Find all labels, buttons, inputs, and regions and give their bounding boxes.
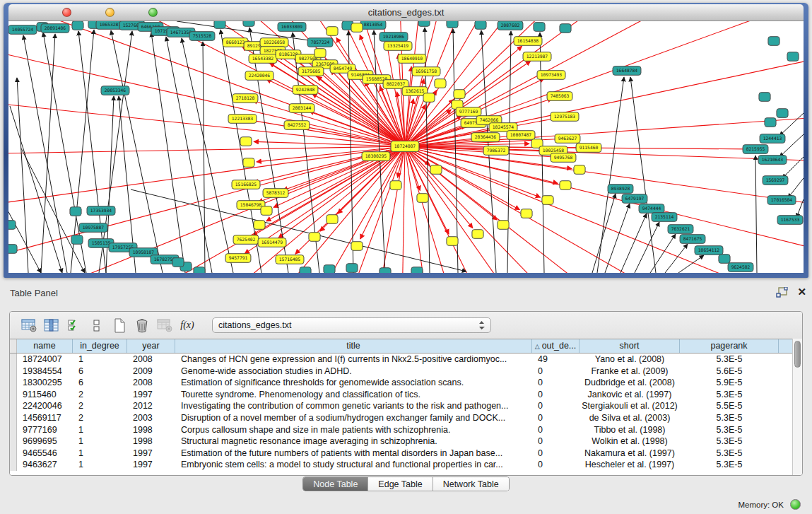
graph-node[interactable] xyxy=(72,21,83,30)
graph-node[interactable] xyxy=(719,255,730,264)
window-titlebar[interactable]: citations_edges.txt xyxy=(8,4,804,21)
tab-node-table[interactable]: Node Table xyxy=(303,477,368,491)
citation-edge xyxy=(405,146,420,191)
graph-node[interactable] xyxy=(243,158,254,168)
graph-node[interactable] xyxy=(430,165,442,175)
graph-node[interactable] xyxy=(172,258,184,267)
graph-node[interactable] xyxy=(194,267,205,273)
table-row[interactable]: 946554611997Estimation of the future num… xyxy=(10,448,792,460)
graph-node[interactable] xyxy=(472,230,483,239)
memory-status-icon[interactable] xyxy=(790,499,801,510)
graph-node[interactable] xyxy=(423,93,435,103)
function-icon[interactable]: f(x) xyxy=(177,316,198,334)
graph-node[interactable] xyxy=(390,181,401,190)
table-tab-group: Node TableEdge TableNetwork Table xyxy=(302,477,509,491)
graph-node[interactable] xyxy=(759,93,770,102)
tab-network-table[interactable]: Network Table xyxy=(433,477,509,491)
table-source-select[interactable]: citations_edges.txt xyxy=(212,317,491,333)
column-header-name[interactable]: name xyxy=(17,339,73,353)
table-row[interactable]: 977716911998Corpus callosum shape and si… xyxy=(10,424,792,436)
column-header-year[interactable]: year xyxy=(127,339,175,353)
network-canvas[interactable]: 1405572420891406106532871527602646616010… xyxy=(8,21,804,273)
tab-edge-table[interactable]: Edge Table xyxy=(368,477,433,491)
graph-node[interactable] xyxy=(243,21,254,26)
column-header-title[interactable]: title xyxy=(175,339,532,353)
graph-node[interactable] xyxy=(417,194,428,203)
citation-edge xyxy=(41,34,55,273)
delete-table-icon[interactable] xyxy=(154,316,175,334)
graph-node[interactable] xyxy=(454,90,465,99)
graph-node[interactable] xyxy=(326,215,338,224)
table-row[interactable]: 1938455462009Genome-wide association stu… xyxy=(10,366,792,378)
graph-node-label: 19218986 xyxy=(383,34,405,39)
graph-node[interactable] xyxy=(346,264,358,273)
graph-node[interactable] xyxy=(560,181,571,190)
graph-node-label: 16648784 xyxy=(616,68,638,73)
graph-node[interactable] xyxy=(70,207,81,216)
table-row[interactable]: 2242004622012Investigating the contribut… xyxy=(10,400,792,412)
zoom-window-icon[interactable] xyxy=(148,8,158,17)
graph-node[interactable] xyxy=(765,118,776,127)
citation-edge xyxy=(99,21,405,146)
column-header-in_degree[interactable]: in_degree xyxy=(73,339,127,353)
graph-node[interactable] xyxy=(379,268,391,273)
graph-node[interactable] xyxy=(435,79,446,88)
column-header-short[interactable]: short xyxy=(579,339,680,353)
graph-node[interactable] xyxy=(498,221,509,230)
graph-node[interactable] xyxy=(351,23,363,33)
table-cell: Stergiakouli et al. (2012) xyxy=(579,400,680,412)
graph-node[interactable] xyxy=(326,27,338,36)
table-row[interactable]: 911546021997Tourette syndrome. Phenomeno… xyxy=(10,389,792,401)
graph-node[interactable] xyxy=(314,49,326,58)
trash-icon[interactable] xyxy=(131,316,153,334)
table-row[interactable]: 946362711997Embryonic stem cells: a mode… xyxy=(10,459,792,471)
graph-node[interactable] xyxy=(787,52,799,62)
graph-node[interactable] xyxy=(240,137,252,146)
select-rows-icon[interactable] xyxy=(64,316,85,334)
table-row[interactable]: 1456911722003Disruption of a novel membe… xyxy=(10,412,792,424)
network-svg[interactable]: 1405572420891406106532871527602646616010… xyxy=(8,21,804,273)
graph-node[interactable] xyxy=(254,221,265,230)
graph-node-label: 9463627 xyxy=(558,136,577,141)
column-header-pagerank[interactable]: pagerank xyxy=(680,339,779,353)
graph-node[interactable] xyxy=(777,109,788,118)
vertical-scrollbar[interactable] xyxy=(792,339,802,475)
graph-node[interactable] xyxy=(71,235,83,245)
graph-node[interactable] xyxy=(418,21,430,26)
new-file-icon[interactable] xyxy=(109,316,130,334)
graph-node[interactable] xyxy=(324,265,335,273)
table-row[interactable]: 1872400712008Changes of HCN gene express… xyxy=(10,354,792,366)
table-cell: 49 xyxy=(532,354,579,366)
column-header-out_de[interactable]: △out_de... xyxy=(532,339,579,353)
table-column-icon[interactable] xyxy=(41,316,62,334)
table-cell: 6 xyxy=(73,377,127,389)
column-header-label: pagerank xyxy=(710,341,747,351)
table-row[interactable]: 1830029562008Estimation of significance … xyxy=(10,377,792,389)
graph-node-label: 10807487 xyxy=(510,132,532,137)
graph-node[interactable] xyxy=(542,196,553,205)
row-height-icon[interactable] xyxy=(86,316,107,334)
graph-node[interactable] xyxy=(261,206,272,216)
graph-node[interactable] xyxy=(8,221,16,230)
table-settings-icon[interactable] xyxy=(18,316,40,334)
graph-node[interactable] xyxy=(768,37,779,46)
close-panel-icon[interactable]: ✕ xyxy=(797,286,806,298)
graph-node[interactable] xyxy=(300,267,311,273)
scrollbar-thumb[interactable] xyxy=(794,341,801,368)
graph-node[interactable] xyxy=(560,24,571,33)
graph-node[interactable] xyxy=(447,237,458,246)
graph-node[interactable] xyxy=(411,267,423,273)
graph-node[interactable] xyxy=(8,245,17,254)
graph-node[interactable] xyxy=(351,242,363,251)
table-row[interactable]: 969969511998Structural magnetic resonanc… xyxy=(10,436,792,448)
graph-node[interactable] xyxy=(574,165,585,175)
graph-node[interactable] xyxy=(534,23,545,32)
minimize-window-icon[interactable] xyxy=(105,8,114,17)
float-panel-icon[interactable] xyxy=(776,287,788,298)
graph-node[interactable] xyxy=(521,209,532,218)
graph-node[interactable] xyxy=(475,21,486,29)
graph-node[interactable] xyxy=(309,233,320,242)
close-window-icon[interactable] xyxy=(62,8,71,17)
graph-node[interactable] xyxy=(214,21,225,28)
graph-node[interactable] xyxy=(447,21,458,28)
